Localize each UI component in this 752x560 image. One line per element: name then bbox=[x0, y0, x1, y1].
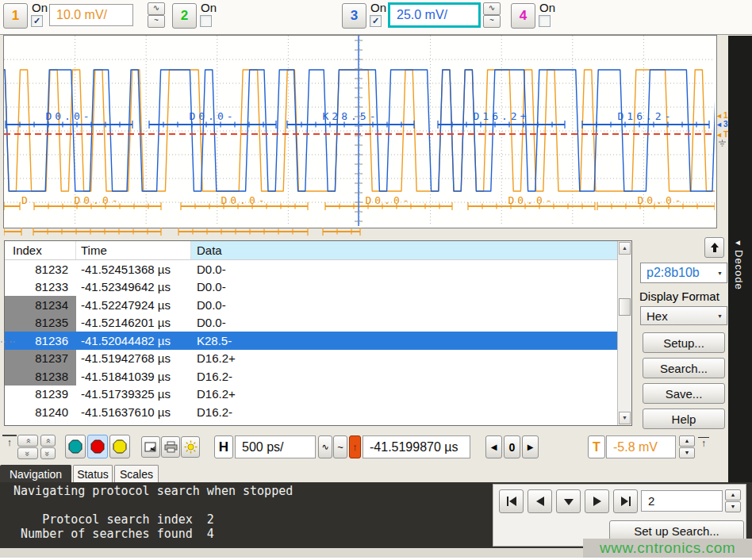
channel-4-on-checkbox[interactable] bbox=[539, 15, 551, 27]
scroll-up-icon[interactable]: ▲ bbox=[619, 242, 631, 255]
channel-1-button[interactable]: 1 bbox=[3, 3, 28, 29]
column-header-data[interactable]: Data bbox=[191, 241, 617, 259]
pan-left-button[interactable]: ◀ bbox=[485, 435, 502, 458]
run-button[interactable] bbox=[65, 435, 86, 458]
trigger-level-arrow-icon: ◄ bbox=[716, 131, 723, 139]
table-row[interactable]: 81232-41.52451368 µsD0.0- bbox=[5, 260, 617, 278]
channel-1-level-marker[interactable]: 1 bbox=[723, 112, 728, 120]
cell-time: -41.51637610 µs bbox=[76, 403, 191, 421]
channel-3-scale-field[interactable]: 25.0 mV/ bbox=[388, 2, 481, 28]
nav-current-button[interactable] bbox=[556, 489, 581, 513]
cell-time: -41.51942768 µs bbox=[76, 350, 191, 368]
zero-position-button[interactable]: 0 bbox=[504, 435, 520, 458]
channel-4-number: 4 bbox=[520, 8, 527, 24]
cell-data: D16.2- bbox=[191, 367, 617, 385]
scroll-line-up-button[interactable]: » bbox=[40, 435, 56, 447]
channel-1-on-checkbox[interactable] bbox=[31, 15, 43, 27]
search-button[interactable]: Search... bbox=[643, 358, 725, 378]
down-triangle-icon bbox=[562, 494, 576, 508]
search-index-field[interactable]: 2 bbox=[641, 490, 723, 512]
decode-source-select[interactable]: p2:8b10b ▼ bbox=[640, 263, 727, 283]
decode-table-rows: 81232-41.52451368 µsD0.0-81233-41.523496… bbox=[5, 260, 631, 421]
waveform-display[interactable] bbox=[3, 35, 717, 228]
zoom-waveform-button[interactable]: ∿ bbox=[318, 435, 332, 458]
scroll-line-down-button[interactable]: » bbox=[40, 447, 56, 459]
column-header-index[interactable]: Index bbox=[5, 241, 76, 259]
table-row[interactable]: 81236-41.52044482 µsK28.5- bbox=[5, 332, 617, 350]
channel-1-coupling-dc-button[interactable]: ~ bbox=[148, 15, 165, 28]
right-triangle-icon: ▶ bbox=[528, 443, 534, 451]
trigger-level-up-button[interactable]: ▲ bbox=[679, 435, 695, 447]
tab-status[interactable]: Status bbox=[73, 465, 113, 482]
channel-3-coupling-dc-button[interactable]: ~ bbox=[483, 15, 501, 28]
search-nav-cluster: 2 ▲ ▼ Set up Search... bbox=[493, 484, 746, 547]
channel-3-level-marker[interactable]: 3 bbox=[723, 121, 728, 128]
timebase-field[interactable]: 500 ps/ bbox=[235, 435, 316, 458]
display-format-label: Display Format bbox=[639, 290, 719, 303]
search-index-down-button[interactable]: ▼ bbox=[725, 501, 741, 512]
trigger-level-field[interactable]: -5.8 mV bbox=[606, 435, 676, 458]
display-format-select[interactable]: Hex ▼ bbox=[640, 306, 727, 325]
pan-right-button[interactable]: ▶ bbox=[522, 435, 539, 458]
tab-navigation[interactable]: Navigation bbox=[0, 465, 71, 482]
panel-collapse-up-button[interactable] bbox=[704, 237, 724, 258]
nav-previous-button[interactable] bbox=[528, 489, 552, 513]
column-header-time[interactable]: Time bbox=[76, 241, 191, 259]
save-button[interactable]: Save... bbox=[643, 383, 725, 404]
printer-icon bbox=[164, 441, 178, 453]
nav-first-button[interactable] bbox=[499, 489, 524, 513]
expand-panel-button[interactable]: ↑ bbox=[2, 435, 17, 458]
setup-button[interactable]: Setup... bbox=[643, 332, 725, 353]
nav-last-button[interactable] bbox=[613, 489, 638, 513]
trigger-setup-button[interactable]: T bbox=[588, 435, 605, 458]
up-arrow-icon: ↑ bbox=[352, 441, 358, 453]
up-arrow-icon bbox=[708, 241, 721, 254]
channel-3-button[interactable]: 3 bbox=[342, 3, 366, 29]
channel-1-on-label: On bbox=[32, 1, 48, 14]
side-strip: ◄ Decode bbox=[728, 36, 752, 482]
sine-icon: ~ bbox=[489, 16, 494, 25]
trigger-level-down-button[interactable]: ▼ bbox=[679, 447, 695, 458]
scrollbar-thumb[interactable] bbox=[619, 298, 631, 316]
horizontal-setup-button[interactable]: H bbox=[214, 435, 233, 458]
cell-time: -41.52247924 µs bbox=[76, 296, 191, 314]
table-row[interactable]: 81239-41.51739325 µsD16.2+ bbox=[5, 385, 617, 404]
cell-data: D16.2- bbox=[191, 403, 617, 421]
channel-3-coupling-ac-button[interactable]: ∿ bbox=[483, 2, 501, 15]
channel-2-on-checkbox[interactable] bbox=[200, 15, 212, 27]
channel-4-button[interactable]: 4 bbox=[511, 3, 535, 29]
tab-decode[interactable]: ◄ Decode bbox=[733, 238, 745, 293]
channel-3-on-checkbox[interactable] bbox=[370, 15, 382, 27]
channel-1-scale-field[interactable]: 10.0 mV/ bbox=[49, 4, 133, 26]
channel-1-coupling-ac-button[interactable]: ∿ bbox=[148, 2, 165, 15]
table-row[interactable]: 81238-41.51841039 µsD16.2- bbox=[5, 367, 617, 385]
nav-next-button[interactable] bbox=[585, 489, 609, 513]
cell-index: 81240 bbox=[5, 403, 76, 421]
table-row[interactable]: 81234-41.52247924 µsD0.0- bbox=[5, 296, 617, 314]
table-row[interactable]: 81235-41.52146201 µsD0.0- bbox=[5, 314, 617, 332]
scroll-down-icon[interactable]: ▼ bbox=[619, 412, 631, 424]
horizontal-position-field[interactable]: -41.5199870 µs bbox=[363, 435, 470, 458]
scroll-page-up-button[interactable]: » bbox=[17, 435, 38, 447]
table-scrollbar[interactable]: ▲ ▼ bbox=[617, 241, 631, 425]
table-row[interactable]: 81240-41.51637610 µsD16.2- bbox=[5, 403, 617, 421]
cell-index: 81237 bbox=[5, 350, 76, 368]
print-button[interactable] bbox=[161, 436, 180, 458]
search-index-up-button[interactable]: ▲ bbox=[725, 489, 741, 501]
single-octagon-icon bbox=[113, 439, 127, 454]
scroll-page-down-button[interactable]: » bbox=[17, 447, 38, 459]
left-arrow-icon: ◄ bbox=[734, 238, 745, 247]
trigger-position-button[interactable]: ↑ bbox=[349, 435, 361, 458]
table-row[interactable]: 81237-41.51942768 µsD16.2+ bbox=[5, 350, 617, 368]
table-row[interactable]: 81233-41.52349642 µsD0.0- bbox=[5, 278, 617, 297]
export-screen-button[interactable] bbox=[141, 436, 160, 458]
single-button[interactable] bbox=[109, 435, 130, 458]
wave-view-button[interactable]: ~ bbox=[333, 435, 347, 458]
help-button[interactable]: Help bbox=[643, 408, 725, 429]
last-icon bbox=[619, 494, 633, 508]
display-brightness-button[interactable] bbox=[181, 436, 200, 458]
sun-icon bbox=[184, 440, 198, 454]
stop-button[interactable] bbox=[87, 435, 108, 458]
channel-2-button[interactable]: 2 bbox=[172, 3, 197, 29]
tab-scales[interactable]: Scales bbox=[114, 465, 159, 482]
